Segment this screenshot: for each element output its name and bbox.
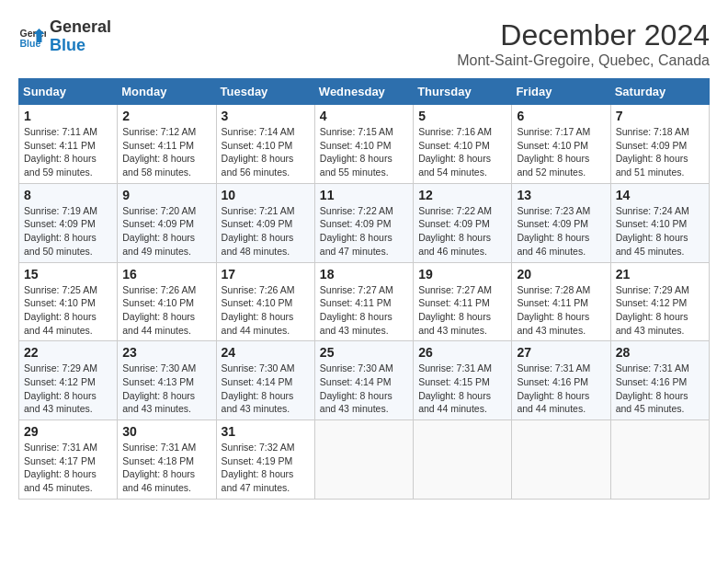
day-number: 16 — [122, 267, 210, 282]
calendar-cell: 20Sunrise: 7:28 AMSunset: 4:11 PMDayligh… — [512, 262, 610, 341]
calendar-cell: 26Sunrise: 7:31 AMSunset: 4:15 PMDayligh… — [414, 341, 512, 420]
day-of-week-header: Saturday — [610, 79, 709, 105]
day-detail: Sunrise: 7:30 AMSunset: 4:13 PMDaylight:… — [122, 362, 210, 416]
logo-icon: General Blue — [18, 23, 46, 51]
day-of-week-header: Monday — [118, 79, 216, 105]
day-number: 12 — [418, 188, 506, 202]
day-number: 21 — [616, 267, 704, 282]
calendar-cell: 7Sunrise: 7:18 AMSunset: 4:09 PMDaylight… — [610, 105, 709, 184]
day-detail: Sunrise: 7:20 AMSunset: 4:09 PMDaylight:… — [122, 204, 210, 259]
calendar-cell: 23Sunrise: 7:30 AMSunset: 4:13 PMDayligh… — [118, 341, 216, 420]
calendar-week-row: 1Sunrise: 7:11 AMSunset: 4:11 PMDaylight… — [19, 105, 710, 184]
day-number: 13 — [517, 188, 605, 202]
day-of-week-header: Wednesday — [314, 79, 413, 105]
calendar-cell: 15Sunrise: 7:25 AMSunset: 4:10 PMDayligh… — [19, 262, 118, 341]
day-detail: Sunrise: 7:30 AMSunset: 4:14 PMDaylight:… — [222, 362, 310, 416]
calendar-cell: 25Sunrise: 7:30 AMSunset: 4:14 PMDayligh… — [314, 341, 413, 420]
day-detail: Sunrise: 7:26 AMSunset: 4:10 PMDaylight:… — [122, 283, 210, 338]
day-number: 24 — [222, 345, 310, 360]
day-number: 27 — [517, 345, 605, 360]
day-number: 1 — [24, 109, 112, 123]
day-detail: Sunrise: 7:30 AMSunset: 4:14 PMDaylight:… — [320, 362, 408, 416]
calendar-week-row: 8Sunrise: 7:19 AMSunset: 4:09 PMDaylight… — [19, 183, 710, 262]
day-detail: Sunrise: 7:31 AMSunset: 4:18 PMDaylight:… — [122, 441, 210, 495]
calendar-cell: 14Sunrise: 7:24 AMSunset: 4:10 PMDayligh… — [610, 183, 709, 262]
day-number: 26 — [418, 345, 506, 360]
day-detail: Sunrise: 7:18 AMSunset: 4:09 PMDaylight:… — [616, 125, 704, 179]
day-of-week-header: Sunday — [19, 79, 118, 105]
day-number: 7 — [616, 109, 704, 123]
calendar-cell — [314, 420, 413, 500]
day-detail: Sunrise: 7:19 AMSunset: 4:09 PMDaylight:… — [24, 204, 112, 259]
day-number: 9 — [122, 188, 210, 202]
calendar-cell: 1Sunrise: 7:11 AMSunset: 4:11 PMDaylight… — [19, 105, 118, 184]
day-number: 8 — [24, 188, 112, 202]
day-detail: Sunrise: 7:27 AMSunset: 4:11 PMDaylight:… — [320, 283, 408, 338]
day-number: 19 — [418, 267, 506, 282]
calendar-table: SundayMondayTuesdayWednesdayThursdayFrid… — [18, 78, 710, 500]
day-number: 17 — [222, 267, 310, 282]
calendar-cell — [414, 420, 512, 500]
day-detail: Sunrise: 7:24 AMSunset: 4:10 PMDaylight:… — [616, 204, 704, 259]
calendar-cell: 22Sunrise: 7:29 AMSunset: 4:12 PMDayligh… — [19, 341, 118, 420]
day-detail: Sunrise: 7:31 AMSunset: 4:17 PMDaylight:… — [24, 441, 112, 495]
title-block: December 2024 Mont-Saint-Gregoire, Quebe… — [457, 18, 710, 69]
day-number: 20 — [517, 267, 605, 282]
day-detail: Sunrise: 7:16 AMSunset: 4:10 PMDaylight:… — [418, 125, 506, 179]
calendar-cell — [610, 420, 709, 500]
calendar-cell: 5Sunrise: 7:16 AMSunset: 4:10 PMDaylight… — [414, 105, 512, 184]
day-number: 31 — [222, 424, 310, 439]
calendar-cell: 31Sunrise: 7:32 AMSunset: 4:19 PMDayligh… — [216, 420, 314, 500]
calendar-cell: 18Sunrise: 7:27 AMSunset: 4:11 PMDayligh… — [314, 262, 413, 341]
calendar-title: December 2024 — [457, 18, 710, 52]
calendar-cell: 6Sunrise: 7:17 AMSunset: 4:10 PMDaylight… — [512, 105, 610, 184]
calendar-cell: 12Sunrise: 7:22 AMSunset: 4:09 PMDayligh… — [414, 183, 512, 262]
day-number: 10 — [222, 188, 310, 202]
calendar-cell: 19Sunrise: 7:27 AMSunset: 4:11 PMDayligh… — [414, 262, 512, 341]
day-detail: Sunrise: 7:31 AMSunset: 4:16 PMDaylight:… — [616, 362, 704, 416]
day-number: 2 — [122, 109, 210, 123]
day-number: 22 — [24, 345, 112, 360]
calendar-subtitle: Mont-Saint-Gregoire, Quebec, Canada — [457, 52, 710, 69]
calendar-week-row: 15Sunrise: 7:25 AMSunset: 4:10 PMDayligh… — [19, 262, 710, 341]
calendar-cell: 21Sunrise: 7:29 AMSunset: 4:12 PMDayligh… — [610, 262, 709, 341]
calendar-cell: 16Sunrise: 7:26 AMSunset: 4:10 PMDayligh… — [118, 262, 216, 341]
calendar-cell: 13Sunrise: 7:23 AMSunset: 4:09 PMDayligh… — [512, 183, 610, 262]
day-of-week-header: Thursday — [414, 79, 512, 105]
calendar-week-row: 22Sunrise: 7:29 AMSunset: 4:12 PMDayligh… — [19, 341, 710, 420]
day-detail: Sunrise: 7:23 AMSunset: 4:09 PMDaylight:… — [517, 204, 605, 259]
calendar-cell: 24Sunrise: 7:30 AMSunset: 4:14 PMDayligh… — [216, 341, 314, 420]
day-detail: Sunrise: 7:31 AMSunset: 4:16 PMDaylight:… — [517, 362, 605, 416]
day-of-week-header: Friday — [512, 79, 610, 105]
day-number: 5 — [418, 109, 506, 123]
day-number: 25 — [320, 345, 408, 360]
day-detail: Sunrise: 7:28 AMSunset: 4:11 PMDaylight:… — [517, 283, 605, 338]
logo-text: General Blue — [50, 18, 111, 55]
day-detail: Sunrise: 7:22 AMSunset: 4:09 PMDaylight:… — [320, 204, 408, 259]
day-number: 14 — [616, 188, 704, 202]
day-detail: Sunrise: 7:17 AMSunset: 4:10 PMDaylight:… — [517, 125, 605, 179]
day-number: 3 — [222, 109, 310, 123]
day-number: 30 — [122, 424, 210, 439]
day-number: 15 — [24, 267, 112, 282]
day-detail: Sunrise: 7:31 AMSunset: 4:15 PMDaylight:… — [418, 362, 506, 416]
logo: General Blue General Blue — [18, 18, 111, 55]
calendar-cell: 30Sunrise: 7:31 AMSunset: 4:18 PMDayligh… — [118, 420, 216, 500]
day-detail: Sunrise: 7:14 AMSunset: 4:10 PMDaylight:… — [222, 125, 310, 179]
calendar-cell: 11Sunrise: 7:22 AMSunset: 4:09 PMDayligh… — [314, 183, 413, 262]
day-number: 18 — [320, 267, 408, 282]
day-detail: Sunrise: 7:29 AMSunset: 4:12 PMDaylight:… — [616, 283, 704, 338]
calendar-cell: 2Sunrise: 7:12 AMSunset: 4:11 PMDaylight… — [118, 105, 216, 184]
calendar-cell: 17Sunrise: 7:26 AMSunset: 4:10 PMDayligh… — [216, 262, 314, 341]
day-detail: Sunrise: 7:32 AMSunset: 4:19 PMDaylight:… — [222, 441, 310, 495]
day-number: 11 — [320, 188, 408, 202]
day-detail: Sunrise: 7:12 AMSunset: 4:11 PMDaylight:… — [122, 125, 210, 179]
calendar-cell: 4Sunrise: 7:15 AMSunset: 4:10 PMDaylight… — [314, 105, 413, 184]
calendar-cell: 10Sunrise: 7:21 AMSunset: 4:09 PMDayligh… — [216, 183, 314, 262]
calendar-cell: 9Sunrise: 7:20 AMSunset: 4:09 PMDaylight… — [118, 183, 216, 262]
day-number: 4 — [320, 109, 408, 123]
day-detail: Sunrise: 7:29 AMSunset: 4:12 PMDaylight:… — [24, 362, 112, 416]
day-number: 29 — [24, 424, 112, 439]
day-number: 6 — [517, 109, 605, 123]
day-detail: Sunrise: 7:26 AMSunset: 4:10 PMDaylight:… — [222, 283, 310, 338]
